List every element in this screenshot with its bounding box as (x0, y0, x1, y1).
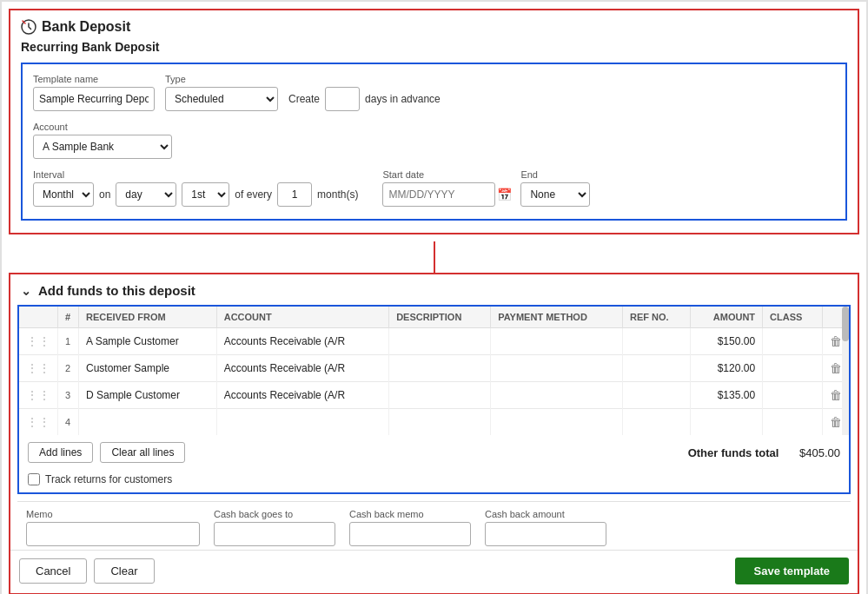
page-title-text: Bank Deposit (42, 19, 130, 35)
table-row: ⋮⋮ 4 🗑 (19, 409, 849, 436)
drag-handle-cell: ⋮⋮ (19, 382, 58, 409)
calendar-icon[interactable]: 📅 (497, 188, 512, 201)
template-name-group: Template name (33, 74, 155, 111)
ref-no-cell[interactable] (623, 328, 691, 355)
cash-back-amount-label: Cash back amount (485, 509, 606, 519)
delete-row-icon[interactable]: 🗑 (830, 361, 842, 375)
received-from-cell[interactable]: Customer Sample (79, 355, 217, 382)
funds-table: # RECEIVED FROM ACCOUNT DESCRIPTION PAYM… (19, 307, 849, 435)
class-cell[interactable] (763, 328, 823, 355)
drag-handle-icon[interactable]: ⋮⋮ (26, 361, 50, 375)
account-label: Account (33, 122, 835, 132)
drag-handle-cell: ⋮⋮ (19, 355, 58, 382)
start-date-input[interactable] (382, 182, 495, 207)
on-select[interactable]: day (116, 182, 176, 207)
cash-back-goes-to-group: Cash back goes to (214, 509, 335, 546)
type-label: Type (165, 74, 278, 84)
ref-no-cell[interactable] (623, 382, 691, 409)
funds-total: Other funds total $405.00 (688, 446, 840, 459)
class-cell[interactable] (763, 382, 823, 409)
col-amount: AMOUNT (691, 307, 763, 328)
template-name-input[interactable] (33, 87, 155, 111)
account-row: Account A Sample Bank (33, 122, 835, 159)
delete-row-icon[interactable]: 🗑 (830, 334, 842, 348)
add-lines-button[interactable]: Add lines (28, 442, 93, 463)
account-cell[interactable]: Accounts Receivable (A/R (216, 355, 388, 382)
description-cell[interactable] (389, 409, 491, 436)
payment-method-cell[interactable] (491, 328, 623, 355)
payment-method-cell[interactable] (491, 355, 623, 382)
end-label: End (520, 169, 590, 180)
ref-no-cell[interactable] (623, 409, 691, 436)
account-cell[interactable] (216, 409, 388, 436)
end-group: End None On date After (520, 169, 590, 207)
other-funds-total-value: $405.00 (799, 446, 840, 459)
save-template-button[interactable]: Save template (735, 558, 849, 584)
table-body: ⋮⋮ 1 A Sample Customer Accounts Receivab… (19, 328, 849, 436)
description-cell[interactable] (389, 382, 491, 409)
received-from-cell[interactable] (79, 409, 217, 436)
connector-line (434, 241, 435, 273)
template-name-label: Template name (33, 74, 155, 84)
every-input[interactable] (277, 182, 312, 207)
clear-button[interactable]: Clear (94, 558, 154, 584)
account-cell[interactable]: Accounts Receivable (A/R (216, 382, 388, 409)
cancel-button[interactable]: Cancel (19, 558, 87, 584)
memo-row: Memo Cash back goes to Cash back memo Ca… (17, 501, 851, 550)
other-funds-total-label: Other funds total (688, 446, 779, 459)
interval-select[interactable]: Monthly Daily Weekly Yearly (33, 182, 94, 207)
of-every-label: of every (235, 188, 272, 201)
table-footer-left: Add lines Clear all lines (28, 442, 185, 463)
delete-row-icon[interactable]: 🗑 (830, 415, 842, 429)
cash-back-memo-group: Cash back memo (349, 509, 471, 546)
cash-back-memo-input[interactable] (349, 522, 471, 546)
ref-no-cell[interactable] (623, 355, 691, 382)
row-num: 2 (58, 355, 79, 382)
config-row-1: Template name Type Scheduled Unscheduled… (33, 73, 835, 111)
drag-handle-icon[interactable]: ⋮⋮ (26, 334, 50, 348)
received-from-cell[interactable]: A Sample Customer (79, 328, 217, 355)
payment-method-cell[interactable] (491, 382, 623, 409)
account-cell[interactable]: Accounts Receivable (A/R (216, 328, 388, 355)
payment-method-cell[interactable] (491, 409, 623, 436)
months-label: month(s) (317, 188, 358, 201)
day-select[interactable]: 1st 2nd 3rd Last (182, 182, 229, 207)
received-from-cell[interactable]: D Sample Customer (79, 382, 217, 409)
drag-handle-cell: ⋮⋮ (19, 409, 58, 436)
description-cell[interactable] (389, 355, 491, 382)
days-input[interactable] (325, 87, 360, 111)
clear-all-lines-button[interactable]: Clear all lines (100, 442, 185, 463)
table-row: ⋮⋮ 3 D Sample Customer Accounts Receivab… (19, 382, 849, 409)
cash-back-amount-group: Cash back amount (485, 509, 606, 546)
drag-handle-icon[interactable]: ⋮⋮ (26, 415, 50, 429)
drag-handle-icon[interactable]: ⋮⋮ (26, 388, 50, 402)
amount-cell: $120.00 (691, 355, 763, 382)
table-row: ⋮⋮ 1 A Sample Customer Accounts Receivab… (19, 328, 849, 355)
scrollbar-track[interactable] (842, 307, 849, 435)
start-date-label: Start date (382, 169, 512, 180)
col-received-from: RECEIVED FROM (79, 307, 217, 328)
table-row: ⋮⋮ 2 Customer Sample Accounts Receivable… (19, 355, 849, 382)
end-select[interactable]: None On date After (520, 182, 590, 207)
interval-inline: Monthly Daily Weekly Yearly on day 1st 2… (33, 182, 358, 207)
top-section: Bank Deposit Recurring Bank Deposit Temp… (9, 9, 859, 234)
start-date-group: Start date 📅 (382, 169, 512, 207)
cash-back-amount-input[interactable] (485, 522, 606, 546)
days-advance-label: days in advance (365, 93, 441, 105)
memo-input[interactable] (26, 522, 200, 546)
chevron-down-icon[interactable]: ⌄ (21, 284, 31, 298)
class-cell[interactable] (763, 409, 823, 436)
track-returns-checkbox[interactable] (28, 473, 40, 485)
class-cell[interactable] (763, 355, 823, 382)
create-label: Create (288, 93, 320, 105)
cash-back-goes-to-input[interactable] (214, 522, 335, 546)
type-select[interactable]: Scheduled Unscheduled Reminder (165, 87, 278, 111)
description-cell[interactable] (389, 328, 491, 355)
table-header-row: # RECEIVED FROM ACCOUNT DESCRIPTION PAYM… (19, 307, 849, 328)
interval-row: Interval Monthly Daily Weekly Yearly on … (33, 169, 835, 207)
scrollbar-thumb[interactable] (842, 307, 849, 341)
memo-group: Memo (26, 509, 200, 546)
start-end-group: Start date 📅 End None On date After (382, 169, 590, 207)
delete-row-icon[interactable]: 🗑 (830, 388, 842, 402)
account-select[interactable]: A Sample Bank (33, 135, 172, 159)
